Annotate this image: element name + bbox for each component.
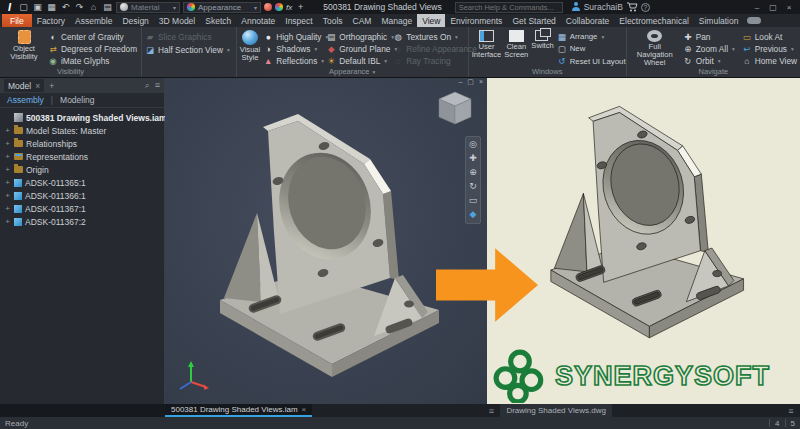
add-icon[interactable]: + (295, 1, 306, 13)
doc-restore-button[interactable]: ▢ (467, 78, 474, 86)
doc-minimize-button[interactable]: – (458, 78, 462, 86)
zoom-all-button[interactable]: ⊕ Zoom All ▾ (683, 43, 739, 54)
subtab-assembly[interactable]: Assembly (7, 95, 44, 105)
adjust-appearance-icon[interactable] (275, 3, 283, 11)
look-at-button[interactable]: ▭ Look At (742, 31, 797, 42)
cart-icon[interactable] (626, 2, 638, 12)
tab-tools[interactable]: Tools (318, 14, 348, 27)
search-icon[interactable]: ⌕ (145, 80, 150, 91)
tab-get-started[interactable]: Get Started (507, 14, 560, 27)
tab-manage[interactable]: Manage (376, 14, 417, 27)
material-dropdown[interactable]: Material ▾ (116, 2, 180, 13)
previous-view-button[interactable]: ↩ Previous ▾ (742, 43, 797, 54)
nav-orbit-icon[interactable]: ↻ (469, 182, 477, 192)
tree-item-representations[interactable]: + Representations (0, 150, 164, 163)
arrange-button[interactable]: ▦ Arrange ▾ (557, 31, 626, 42)
tab-sketch[interactable]: Sketch (200, 14, 236, 27)
tab-simulation[interactable]: Simulation (694, 14, 744, 27)
tab-file[interactable]: File (2, 14, 32, 27)
tab-assemble[interactable]: Assemble (70, 14, 117, 27)
tab-view[interactable]: View (417, 14, 445, 27)
half-section-view-button[interactable]: ◪ Half Section View ▾ (145, 44, 230, 56)
orbit-button[interactable]: ↻ Orbit ▾ (683, 56, 739, 67)
tab-factory[interactable]: Factory (32, 14, 70, 27)
user-account[interactable]: SurachaiB (572, 2, 623, 12)
save-icon[interactable]: ▦ (46, 1, 57, 13)
high-quality-button[interactable]: ● High Quality ▾ (263, 31, 323, 42)
appearance-dropdown[interactable]: Appearance ▾ (183, 2, 261, 13)
center-of-gravity-button[interactable]: ◐ Center of Gravity (48, 31, 137, 42)
tab-design[interactable]: Design (117, 14, 153, 27)
reset-ui-layout-button[interactable]: ↺ Reset UI Layout (557, 56, 626, 67)
ray-tracing-button[interactable]: ◌ Ray Tracing (393, 56, 477, 67)
parameters-fx-icon[interactable]: fx (286, 3, 292, 12)
screen-recorder-icon[interactable] (747, 17, 761, 24)
pan-button[interactable]: ✚ Pan (683, 31, 739, 42)
view-cube[interactable] (433, 86, 477, 130)
shadows-button[interactable]: ◑ Shadows ▾ (263, 43, 323, 54)
new-window-button[interactable]: ▢ New (557, 43, 626, 54)
tree-item-part-3[interactable]: + ADSK-011367:1 (0, 202, 164, 215)
clear-appearance-icon[interactable] (264, 3, 272, 11)
update-icon[interactable]: ▤ (102, 1, 113, 13)
tree-item-model-states[interactable]: + Model States: Master (0, 124, 164, 137)
orthographic-button[interactable]: ▤ Orthographic ▾ (326, 31, 390, 42)
new-file-icon[interactable]: ▢ (18, 1, 29, 13)
nav-look-at-icon[interactable]: ▭ (469, 196, 478, 206)
nav-camera-icon[interactable]: ◆ (470, 210, 477, 220)
ground-plane-button[interactable]: ◆ Ground Plane ▾ (326, 43, 390, 54)
search-input[interactable] (455, 2, 563, 13)
redo-icon[interactable]: ↷ (74, 1, 85, 13)
expand-icon[interactable]: + (4, 191, 11, 200)
nav-wheel-icon[interactable]: ◎ (469, 140, 477, 150)
reflections-button[interactable]: ▲ Reflections ▾ (263, 56, 323, 67)
browser-tab-model[interactable]: Model × (4, 79, 44, 92)
undo-icon[interactable]: ↶ (60, 1, 71, 13)
close-button[interactable]: × (782, 3, 796, 12)
tree-item-part-2[interactable]: + ADSK-011366:1 (0, 189, 164, 202)
nav-pan-icon[interactable]: ✚ (469, 154, 477, 164)
tree-item-origin[interactable]: + Origin (0, 163, 164, 176)
tab-cam[interactable]: CAM (348, 14, 377, 27)
expand-icon[interactable]: + (4, 152, 11, 161)
expand-icon[interactable]: + (4, 165, 11, 174)
doc-tab-dwg[interactable]: Drawing Shaded Views.dwg (500, 404, 611, 417)
close-icon[interactable]: × (302, 405, 307, 414)
object-visibility-button[interactable]: Object Visibility (3, 29, 45, 67)
user-interface-button[interactable]: User Interface (472, 29, 502, 67)
slice-graphics-button[interactable]: ▰ Slice Graphics (145, 31, 230, 43)
switch-button[interactable]: Switch (531, 29, 553, 67)
tree-item-part-1[interactable]: + ADSK-011365:1 (0, 176, 164, 189)
tree-item-part-4[interactable]: + ADSK-011367:2 (0, 215, 164, 228)
visual-style-button[interactable]: Visual Style (240, 29, 261, 67)
imate-glyphs-button[interactable]: ◉ iMate Glyphs (48, 56, 137, 67)
tab-environments[interactable]: Environments (445, 14, 507, 27)
browser-menu-icon[interactable]: ≡ (155, 80, 160, 91)
subtab-modeling[interactable]: Modeling (60, 95, 95, 105)
doc-close-button[interactable]: × (479, 78, 483, 86)
home-view-button[interactable]: ⌂ Home View (742, 56, 797, 67)
refine-appearance-button[interactable]: ◌ Refine Appearance (393, 43, 477, 54)
clean-screen-button[interactable]: Clean Screen (504, 29, 528, 67)
tab-annotate[interactable]: Annotate (236, 14, 280, 27)
expand-icon[interactable]: + (4, 126, 11, 135)
tab-inspect[interactable]: Inspect (280, 14, 317, 27)
degrees-of-freedom-button[interactable]: ⇄ Degrees of Freedom (48, 43, 137, 54)
expand-icon[interactable]: + (4, 139, 11, 148)
drawing-view-panel[interactable]: SYNERGYSOFT (487, 78, 800, 404)
full-navigation-wheel-button[interactable]: Full Navigation Wheel (630, 29, 680, 67)
add-browser-tab-button[interactable]: + (49, 81, 54, 91)
textures-on-button[interactable]: ◍ Textures On ▾ (393, 31, 477, 42)
default-ibl-button[interactable]: ☀ Default IBL ▾ (326, 56, 390, 67)
minimize-button[interactable]: – (750, 3, 764, 12)
restore-button[interactable]: ▢ (766, 3, 780, 12)
expand-icon[interactable]: + (4, 217, 11, 226)
home-icon[interactable]: ⌂ (88, 1, 99, 13)
nav-zoom-icon[interactable]: ⊕ (469, 168, 477, 178)
doc-tab-iam[interactable]: 500381 Drawing Shaded Views.iam × (165, 404, 312, 417)
tab-electromechanical[interactable]: Electromechanical (614, 14, 693, 27)
close-icon[interactable]: × (35, 81, 40, 91)
viewport-tab-menu-icon[interactable]: ≡ (482, 404, 500, 417)
expand-icon[interactable]: + (4, 178, 11, 187)
tree-root-assembly[interactable]: 500381 Drawing Shaded Views.iam (0, 111, 164, 124)
